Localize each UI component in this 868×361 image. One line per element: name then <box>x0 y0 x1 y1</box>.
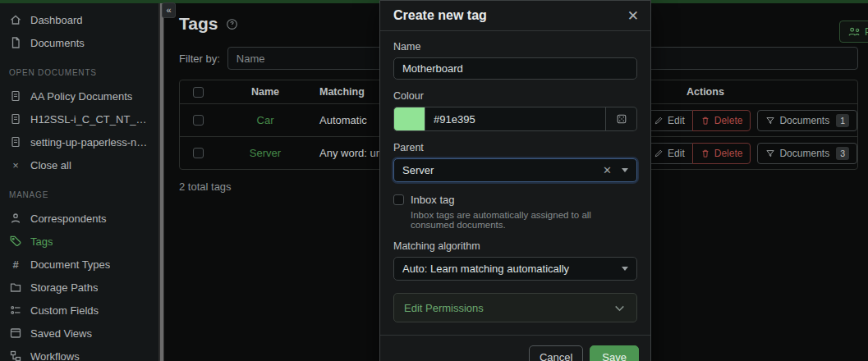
sidebar-resize-strip[interactable] <box>158 0 164 361</box>
filter-icon <box>765 149 775 158</box>
chevron-down-icon <box>622 267 628 271</box>
create-tag-modal: Create new tag ✕ Name Colour Parent Serv… <box>379 0 651 361</box>
modal-footer: Cancel Save <box>380 335 650 361</box>
sidebar-item-label: Saved Views <box>30 327 92 340</box>
documents-button[interactable]: Documents 1 <box>757 110 857 131</box>
delete-button[interactable]: Delete <box>692 110 751 131</box>
sidebar-open-doc-3[interactable]: setting-up-paperless-ngx-part-one <box>0 130 158 153</box>
column-header-actions: Actions <box>668 86 857 98</box>
matching-algorithm-label: Matching algorithm <box>393 240 637 252</box>
cancel-button[interactable]: Cancel <box>529 345 583 361</box>
parent-select-value: Server <box>402 164 603 176</box>
hash-icon: # <box>9 258 22 271</box>
column-header-name: Name <box>216 86 315 98</box>
edit-button[interactable]: Edit <box>645 143 692 164</box>
clear-icon[interactable]: ✕ <box>603 164 612 176</box>
sidebar-item-label: Document Types <box>30 258 110 271</box>
sidebar-open-doc-1[interactable]: AA Policy Documents <box>0 85 158 107</box>
matching-algorithm-value: Auto: Learn matching automatically <box>402 263 622 275</box>
close-icon: × <box>9 159 22 171</box>
tag-name-link[interactable]: Server <box>250 147 281 159</box>
sidebar-item-dashboard[interactable]: Dashboard <box>0 8 158 31</box>
inbox-tag-hint: Inbox tags are automatically assigned to… <box>411 210 637 230</box>
filter-icon <box>765 116 775 126</box>
row-checkbox[interactable] <box>193 148 204 158</box>
file-icon <box>9 36 22 49</box>
sidebar-item-label: Dashboard <box>30 14 83 26</box>
sidebar-item-label: Workflows <box>30 350 80 361</box>
sidebar-open-doc-2[interactable]: H12SSL-i_C_CT_NT_BIOS_3.3_rele... <box>0 107 158 130</box>
document-icon <box>9 112 22 126</box>
sidebar-item-tags[interactable]: Tags <box>0 230 158 253</box>
modal-title: Create new tag <box>393 8 487 23</box>
document-icon <box>9 135 22 149</box>
inbox-tag-checkbox[interactable] <box>393 194 404 205</box>
home-icon <box>9 13 22 26</box>
open-doc-label: H12SSL-i_C_CT_NT_BIOS_3.3_rele... <box>30 113 150 126</box>
dice-icon <box>616 113 627 125</box>
person-icon <box>9 212 22 225</box>
sliders-icon <box>9 304 22 317</box>
inbox-tag-label: Inbox tag <box>411 194 455 206</box>
filter-label: Filter by: <box>179 53 220 65</box>
tag-icon <box>9 235 22 248</box>
documents-button[interactable]: Documents 3 <box>757 143 857 164</box>
sidebar-item-label: Tags <box>30 235 53 248</box>
pencil-icon <box>654 116 664 126</box>
matching-algorithm-select[interactable]: Auto: Learn matching automatically <box>393 257 637 281</box>
sidebar-item-label: Documents <box>30 37 85 49</box>
sidebar-item-custom-fields[interactable]: Custom Fields <box>0 299 158 322</box>
users-icon <box>847 25 860 38</box>
modal-body: Name Colour Parent Server ✕ Inbox tag In… <box>380 31 650 324</box>
sidebar: Dashboard Documents Open documents AA Po… <box>0 3 158 361</box>
tag-name-input[interactable] <box>393 57 637 80</box>
parent-select[interactable]: Server ✕ <box>393 158 637 182</box>
edit-permissions-toggle[interactable]: Edit Permissions <box>393 293 637 322</box>
help-icon[interactable] <box>226 18 238 30</box>
edit-permissions-label: Edit Permissions <box>404 302 484 314</box>
delete-button[interactable]: Delete <box>692 143 751 164</box>
sidebar-item-saved-views[interactable]: Saved Views <box>0 322 158 345</box>
sidebar-item-label: Custom Fields <box>30 304 99 317</box>
save-button[interactable]: Save <box>590 345 639 361</box>
random-colour-button[interactable] <box>606 107 637 131</box>
select-all-checkbox[interactable] <box>193 87 204 98</box>
chevron-left-icon: « <box>166 5 171 15</box>
inbox-tag-row: Inbox tag <box>393 194 637 206</box>
parent-label: Parent <box>393 142 637 153</box>
page-title: Tags <box>179 14 218 34</box>
chevron-down-icon <box>622 168 628 172</box>
modal-header: Create new tag ✕ <box>380 1 650 31</box>
trash-icon <box>700 116 710 126</box>
folder-icon <box>9 281 22 294</box>
sidebar-item-label: Storage Paths <box>30 281 98 294</box>
collapse-sidebar-button[interactable]: « <box>162 2 176 18</box>
pencil-icon <box>654 149 664 158</box>
sidebar-section-manage: Manage <box>0 190 158 199</box>
chevron-down-icon <box>613 301 627 315</box>
colour-value-input[interactable] <box>425 107 606 131</box>
tag-name-link[interactable]: Car <box>257 114 274 126</box>
document-icon <box>9 89 22 103</box>
permissions-button-label: Pe <box>865 26 868 38</box>
sidebar-close-all[interactable]: × Close all <box>0 153 158 176</box>
colour-input-group <box>393 107 637 131</box>
row-checkbox[interactable] <box>193 115 204 126</box>
sidebar-item-label: Correspondents <box>30 212 107 225</box>
sidebar-item-correspondents[interactable]: Correspondents <box>0 207 158 230</box>
open-doc-label: AA Policy Documents <box>30 90 132 103</box>
close-all-label: Close all <box>30 159 71 171</box>
sidebar-section-open-documents: Open documents <box>0 68 158 77</box>
permissions-button[interactable]: Pe <box>839 21 868 43</box>
document-count-badge: 3 <box>836 147 849 160</box>
workflow-icon <box>9 350 22 361</box>
edit-button[interactable]: Edit <box>645 110 692 131</box>
sidebar-item-documents[interactable]: Documents <box>0 31 158 54</box>
sidebar-item-document-types[interactable]: # Document Types <box>0 253 158 276</box>
colour-label: Colour <box>393 90 637 102</box>
close-icon[interactable]: ✕ <box>627 9 639 23</box>
colour-swatch <box>393 107 425 131</box>
sidebar-item-workflows[interactable]: Workflows <box>0 345 158 361</box>
sidebar-item-storage-paths[interactable]: Storage Paths <box>0 276 158 299</box>
trash-icon <box>700 149 710 158</box>
